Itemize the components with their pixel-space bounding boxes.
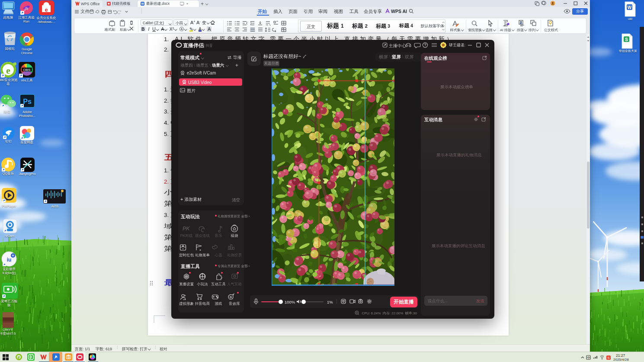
svg-text:jh: jh xyxy=(24,6,29,11)
svg-text:W: W xyxy=(628,5,632,10)
svg-text:iu: iu xyxy=(7,257,12,263)
svg-text:e: e xyxy=(18,354,20,360)
svg-text:e: e xyxy=(45,6,48,13)
svg-text:W: W xyxy=(141,2,144,5)
svg-text:PK: PK xyxy=(183,226,190,232)
svg-text:中: 中 xyxy=(587,356,590,360)
svg-text:A: A xyxy=(520,21,522,24)
svg-text:e: e xyxy=(6,65,10,76)
svg-text:研壬建圣: 研壬建圣 xyxy=(449,43,465,47)
svg-text:S: S xyxy=(607,356,609,360)
svg-text:S: S xyxy=(625,37,628,42)
svg-text:Ps: Ps xyxy=(23,98,32,105)
svg-text:OBS: OBS xyxy=(23,68,31,72)
